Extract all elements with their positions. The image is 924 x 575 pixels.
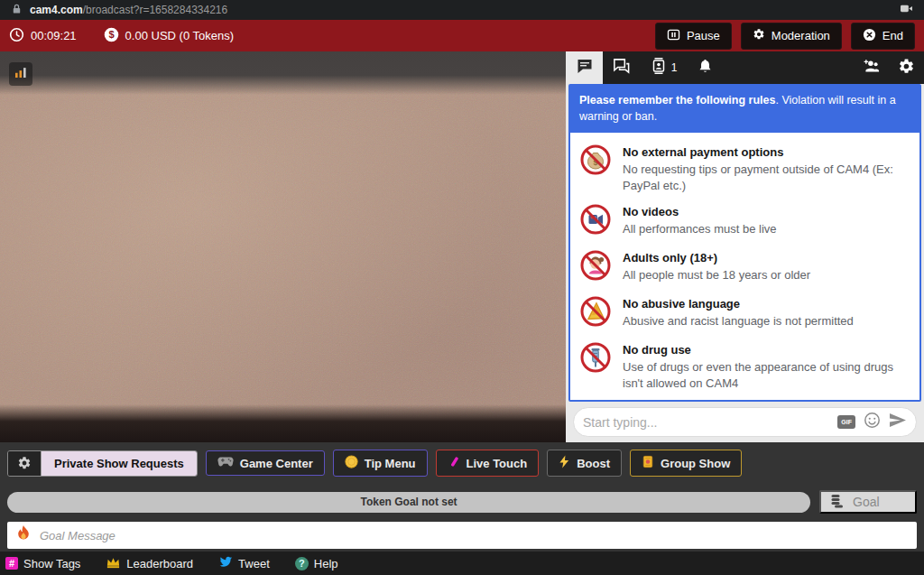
rules-list: $ No external payment options No request… bbox=[570, 133, 919, 402]
hashtag-icon: # bbox=[5, 557, 18, 570]
touch-toy-icon bbox=[448, 455, 460, 471]
videocam-icon[interactable] bbox=[900, 3, 913, 17]
video-top-gradient bbox=[0, 51, 566, 95]
earnings-value: 0.00 USD (0 Tokens) bbox=[125, 29, 234, 42]
show-tags-link[interactable]: # Show Tags bbox=[5, 557, 80, 570]
rule-desc: All performances must be live bbox=[623, 221, 777, 237]
broadcast-status-bar: 00:09:21 $ 0.00 USD (0 Tokens) Pause Mod… bbox=[0, 20, 924, 51]
chat-message-input[interactable] bbox=[583, 415, 829, 430]
gear-icon bbox=[898, 58, 915, 79]
coin-stack-icon bbox=[830, 493, 845, 511]
tab-notifications[interactable] bbox=[687, 51, 724, 84]
stream-timer: 00:09:21 bbox=[9, 27, 77, 45]
gamepad-icon bbox=[217, 456, 234, 470]
chat-input-pill: GIF bbox=[573, 407, 917, 437]
rule-title: No drug use bbox=[623, 343, 910, 357]
rule-title: No external payment options bbox=[623, 145, 910, 159]
emoji-icon[interactable] bbox=[864, 412, 881, 432]
rule-desc: Use of drugs or even the appearance of u… bbox=[623, 359, 910, 391]
private-show-requests-button[interactable]: Private Show Requests bbox=[7, 450, 198, 477]
chat-tab-bar: 1 bbox=[566, 51, 924, 84]
leaderboard-label: Leaderboard bbox=[126, 557, 193, 570]
game-center-label: Game Center bbox=[240, 457, 313, 470]
viewer-count-badge: 1 bbox=[671, 61, 678, 74]
chat-bubble-icon bbox=[576, 57, 594, 79]
rule-title: No abusive language bbox=[623, 297, 854, 311]
list-item: No drug use Use of drugs or even the app… bbox=[579, 341, 910, 391]
url-text[interactable]: cam4.com/broadcast?r=1658284334216 bbox=[30, 4, 227, 16]
chat-messages-area: Please remember the following rules. Vio… bbox=[568, 84, 921, 402]
contacts-icon bbox=[650, 57, 668, 79]
gear-icon bbox=[17, 456, 32, 470]
rule-desc: No requesting tips or payment outside of… bbox=[623, 162, 910, 193]
svg-text:$: $ bbox=[108, 29, 115, 40]
show-tags-label: Show Tags bbox=[23, 557, 80, 570]
help-icon: ? bbox=[295, 557, 309, 570]
adults-only-icon bbox=[579, 249, 612, 285]
coin-icon bbox=[345, 455, 358, 471]
tweet-label: Tweet bbox=[238, 557, 270, 570]
no-external-payment-icon: $ bbox=[579, 144, 612, 180]
browser-url-bar: cam4.com/broadcast?r=1658284334216 bbox=[0, 0, 924, 20]
stream-stats-button[interactable] bbox=[9, 62, 32, 86]
pause-icon bbox=[667, 29, 680, 43]
tweet-link[interactable]: Tweet bbox=[218, 556, 270, 571]
pause-label: Pause bbox=[687, 29, 720, 42]
live-touch-button[interactable]: Live Touch bbox=[436, 450, 540, 477]
rules-banner: Please remember the following rules. Vio… bbox=[570, 86, 919, 133]
moderation-button[interactable]: Moderation bbox=[741, 23, 842, 50]
timer-value: 00:09:21 bbox=[31, 29, 77, 42]
earnings: $ 0.00 USD (0 Tokens) bbox=[104, 27, 234, 45]
chat-panel: 1 Please remember the following bbox=[566, 51, 924, 442]
token-goal-status: Token Goal not set bbox=[360, 496, 457, 508]
no-drug-use-icon bbox=[579, 341, 612, 377]
live-touch-label: Live Touch bbox=[467, 457, 528, 470]
footer-link-bar: # Show Tags Leaderboard Tweet ? Help bbox=[0, 552, 924, 575]
goal-button-label: Goal bbox=[853, 495, 880, 509]
leaderboard-link[interactable]: Leaderboard bbox=[106, 556, 193, 571]
feature-toolbar: Private Show Requests Game Center Tip Me… bbox=[7, 450, 917, 477]
goal-button[interactable]: Goal bbox=[819, 490, 917, 514]
rule-title: Adults only (18+) bbox=[623, 251, 810, 264]
tip-menu-label: Tip Menu bbox=[365, 457, 416, 470]
no-abusive-language-icon bbox=[579, 295, 612, 331]
ticket-icon bbox=[642, 455, 654, 471]
chat-settings-button[interactable] bbox=[889, 51, 924, 84]
list-item: No abusive language Abusive and racist l… bbox=[579, 295, 910, 331]
tab-viewers[interactable]: 1 bbox=[640, 51, 687, 84]
end-broadcast-button[interactable]: End bbox=[851, 23, 915, 50]
crown-icon bbox=[106, 556, 121, 571]
goal-message-input[interactable] bbox=[40, 529, 909, 543]
dollar-icon: $ bbox=[104, 27, 119, 45]
rule-desc: Abusive and racist language is not permi… bbox=[623, 313, 854, 329]
group-show-label: Group Show bbox=[661, 457, 730, 470]
gif-icon[interactable]: GIF bbox=[837, 415, 855, 429]
rule-desc: All people must be 18 years or older bbox=[623, 267, 810, 283]
private-show-settings-button[interactable] bbox=[8, 451, 41, 476]
chat-bubbles-icon bbox=[612, 57, 631, 79]
group-show-button[interactable]: Group Show bbox=[630, 450, 742, 477]
boost-button[interactable]: Boost bbox=[547, 450, 622, 477]
game-center-button[interactable]: Game Center bbox=[206, 450, 325, 476]
goal-message-row bbox=[7, 522, 917, 549]
tip-menu-button[interactable]: Tip Menu bbox=[333, 450, 428, 477]
broadcast-controls: Private Show Requests Game Center Tip Me… bbox=[0, 442, 924, 575]
lightning-icon bbox=[559, 455, 570, 471]
goal-row: Token Goal not set Goal bbox=[7, 490, 917, 514]
gear-icon bbox=[753, 28, 765, 43]
list-item: $ No external payment options No request… bbox=[579, 144, 910, 193]
lock-icon bbox=[11, 3, 23, 17]
help-link[interactable]: ? Help bbox=[295, 557, 338, 570]
bell-icon bbox=[697, 58, 714, 79]
tab-private-chats[interactable] bbox=[603, 51, 640, 84]
send-icon[interactable] bbox=[889, 413, 907, 431]
end-label: End bbox=[882, 29, 903, 42]
list-item: No videos All performances must be live bbox=[579, 203, 910, 239]
invite-moderator-button[interactable] bbox=[851, 51, 889, 84]
video-noise-texture bbox=[0, 51, 566, 442]
pause-button[interactable]: Pause bbox=[655, 23, 732, 50]
webcam-video-preview bbox=[0, 51, 566, 442]
tab-chat[interactable] bbox=[566, 51, 603, 84]
bar-chart-icon bbox=[13, 64, 29, 84]
token-goal-progress-bar[interactable]: Token Goal not set bbox=[7, 492, 810, 513]
